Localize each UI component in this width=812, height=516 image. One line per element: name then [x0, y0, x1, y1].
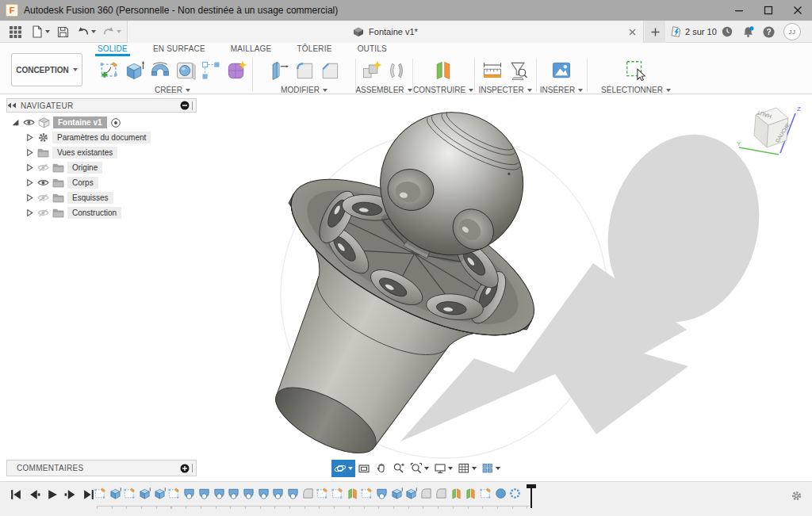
ribbon-tab-outils[interactable]: OUTILS: [355, 43, 389, 56]
timeline-feature-revolve[interactable]: [213, 487, 226, 500]
tree-item-label[interactable]: Esquisses: [67, 192, 113, 204]
ribbon-tab-tolerie[interactable]: TÔLERIE: [294, 43, 334, 56]
timeline-feature-revolve[interactable]: [182, 487, 196, 500]
close-button[interactable]: [783, 0, 812, 21]
timeline-feature-sketch[interactable]: [360, 487, 373, 500]
revolve-button[interactable]: [148, 59, 172, 82]
redo-menu-caret[interactable]: [117, 30, 121, 33]
group-menu-inserer[interactable]: INSÉRER: [538, 85, 585, 95]
timeline-feature-revolve[interactable]: [375, 487, 389, 500]
ribbon-tab-maillage[interactable]: MAILLAGE: [228, 43, 274, 56]
expander-icon[interactable]: [25, 193, 34, 202]
redo-button[interactable]: [102, 25, 116, 39]
timeline-feature-extrude[interactable]: [153, 487, 167, 500]
expander-icon[interactable]: [25, 178, 34, 187]
expander-icon[interactable]: [11, 118, 20, 127]
timeline-feature-extrude[interactable]: [390, 487, 404, 500]
press-pull-button[interactable]: [267, 59, 291, 82]
minimize-button[interactable]: [724, 0, 753, 21]
orbit-tool-button[interactable]: [331, 460, 355, 477]
extrude-button[interactable]: [123, 59, 147, 82]
file-menu-caret[interactable]: [45, 30, 50, 33]
group-menu-selectionner[interactable]: SÉLECTIONNER: [588, 85, 684, 95]
timeline-feature-sketch[interactable]: [479, 487, 492, 500]
insert-image-button[interactable]: [550, 59, 573, 82]
comments-panel-header[interactable]: COMMENTAIRES: [6, 460, 197, 476]
job-status-badge[interactable]: 2 sur 10: [670, 24, 717, 40]
user-avatar[interactable]: JJ: [783, 23, 801, 40]
timeline-feature-extrude[interactable]: [138, 487, 151, 500]
joint-button[interactable]: [385, 59, 408, 82]
expander-icon[interactable]: [25, 148, 34, 157]
timeline-settings-gear-icon[interactable]: [791, 490, 802, 502]
undo-menu-caret[interactable]: [91, 30, 96, 33]
timeline-feature-fillet[interactable]: [435, 487, 448, 500]
timeline-feature-extrude[interactable]: [404, 487, 418, 500]
pan-tool-button[interactable]: [373, 460, 390, 477]
fillet-button[interactable]: [293, 59, 316, 82]
ribbon-tab-en-surface[interactable]: EN SURFACE: [151, 43, 208, 56]
job-history-button[interactable]: [720, 25, 734, 39]
timeline-feature-plane[interactable]: [450, 487, 463, 500]
construct-plane-button[interactable]: [431, 59, 455, 82]
create-sketch-button[interactable]: [98, 59, 121, 82]
pattern-button[interactable]: [199, 59, 223, 82]
grid-tool-button[interactable]: [455, 460, 479, 477]
tab-close-button[interactable]: [626, 25, 638, 38]
timeline-feature-revolve[interactable]: [227, 487, 240, 500]
measure-button[interactable]: [481, 59, 504, 82]
new-component-button[interactable]: [359, 59, 383, 82]
viewports-tool-button[interactable]: [479, 460, 503, 477]
step-back-button[interactable]: [28, 488, 40, 501]
timeline-feature-sketch[interactable]: [94, 487, 107, 500]
timeline-feature-revolve[interactable]: [242, 487, 255, 500]
timeline-playhead[interactable]: [526, 484, 537, 508]
cylinder-button[interactable]: [174, 59, 197, 82]
timeline-feature-revolve[interactable]: [271, 487, 285, 500]
expander-icon[interactable]: [25, 208, 34, 217]
panel-expand-circle-icon[interactable]: [180, 464, 190, 473]
panel-resize-grip[interactable]: [192, 101, 193, 110]
title-bar[interactable]: F Autodesk Fusion 360 (Personnelle - Non…: [0, 0, 812, 21]
viewport-canvas[interactable]: Y Z HAUT GAUCHE NAVIGATEUR Fontaine v1Pa…: [0, 95, 812, 481]
tree-item-label[interactable]: Fontaine v1: [53, 117, 107, 128]
look-tool-button[interactable]: [355, 460, 373, 477]
maximize-button[interactable]: [753, 0, 783, 21]
timeline-feature-sketch[interactable]: [123, 487, 136, 500]
visibility-hidden-icon[interactable]: [37, 208, 49, 217]
timeline-feature-pattern[interactable]: [508, 487, 522, 500]
ribbon-tab-solide[interactable]: SOLIDE: [95, 43, 130, 56]
visibility-visible-icon[interactable]: [37, 178, 49, 187]
help-button[interactable]: ?: [761, 25, 776, 39]
go-to-start-button[interactable]: [10, 488, 22, 501]
panel-collapse-circle-icon[interactable]: [180, 101, 190, 110]
fit-tool-button[interactable]: [408, 460, 431, 477]
timeline-feature-sketch[interactable]: [167, 487, 181, 500]
tree-item-label[interactable]: Construction: [67, 207, 121, 219]
file-menu-button[interactable]: [30, 25, 44, 39]
document-tab[interactable]: Fontaine v1*: [127, 21, 644, 43]
group-menu-creer[interactable]: CRÉER: [94, 85, 251, 95]
view-cube[interactable]: Y Z HAUT GAUCHE: [734, 100, 806, 171]
navigator-panel-header[interactable]: NAVIGATEUR: [6, 98, 197, 113]
timeline-feature-plane[interactable]: [464, 487, 477, 500]
timeline-feature-revolve[interactable]: [197, 487, 211, 500]
collapse-panel-icon[interactable]: [7, 102, 17, 109]
timeline-feature-extrude[interactable]: [109, 487, 122, 500]
timeline-feature-fillet[interactable]: [301, 487, 315, 500]
app-grid-button[interactable]: [8, 25, 22, 39]
new-tab-button[interactable]: [645, 21, 665, 43]
timeline-feature-revolve[interactable]: [286, 487, 300, 500]
tree-item-label[interactable]: Origine: [67, 162, 102, 174]
save-button[interactable]: [56, 25, 70, 39]
group-menu-construire[interactable]: CONSTRUIRE: [414, 85, 473, 95]
tree-item-label[interactable]: Vues existantes: [52, 147, 117, 159]
visibility-visible-icon[interactable]: [23, 118, 35, 127]
create-form-button[interactable]: [224, 59, 248, 82]
panel-resize-grip[interactable]: [192, 464, 193, 472]
expander-icon[interactable]: [25, 163, 34, 172]
tree-item-label[interactable]: Paramètres du document: [52, 132, 151, 143]
group-menu-assembler[interactable]: ASSEMBLER: [357, 85, 411, 95]
timeline-feature-sphere[interactable]: [494, 487, 508, 500]
timeline-feature-fillet[interactable]: [419, 487, 433, 500]
